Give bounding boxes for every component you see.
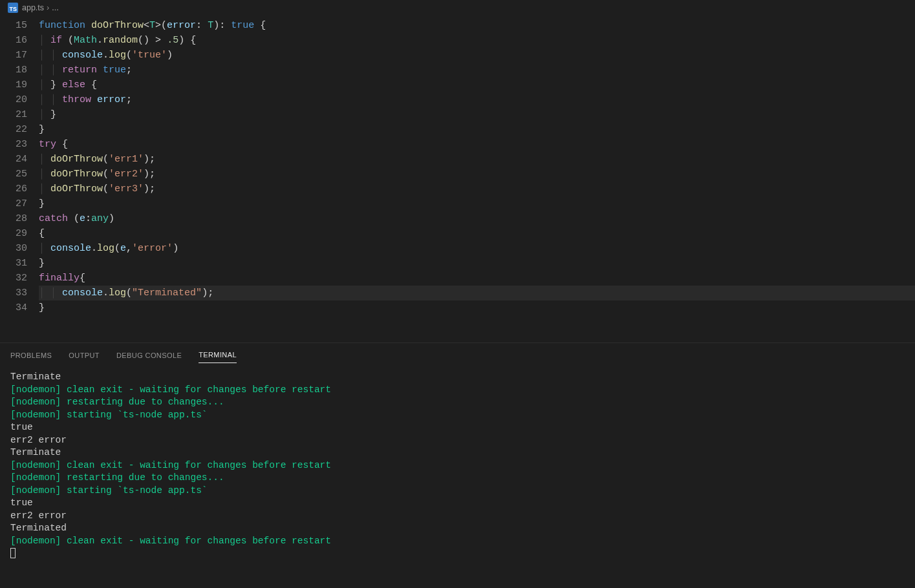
code-line[interactable]: function doOrThrow<T>(error: T): true { <box>39 18 915 33</box>
line-number: 27 <box>0 196 27 211</box>
line-number: 30 <box>0 241 27 256</box>
line-number: 25 <box>0 167 27 182</box>
terminal-line: err2 error <box>10 510 905 523</box>
code-line[interactable]: try { <box>39 137 915 152</box>
terminal-line: [nodemon] starting `ts-node app.ts` <box>10 409 905 422</box>
code-line[interactable]: } <box>39 196 915 211</box>
terminal-line: err2 error <box>10 434 905 447</box>
terminal-line: [nodemon] clean exit - waiting for chang… <box>10 535 905 548</box>
terminal-output[interactable]: Terminate[nodemon] clean exit - waiting … <box>0 366 915 588</box>
typescript-file-icon: TS <box>8 3 18 13</box>
terminal-line: Terminate <box>10 371 905 384</box>
panel-tab-terminal[interactable]: TERMINAL <box>199 346 237 363</box>
breadcrumb-file[interactable]: app.ts <box>22 3 44 12</box>
line-number: 17 <box>0 48 27 63</box>
line-number: 20 <box>0 92 27 107</box>
line-number: 24 <box>0 152 27 167</box>
line-number-gutter: 1516171819202122232425262728293031323334 <box>0 16 39 342</box>
code-line[interactable]: │ │ throw error; <box>39 92 915 107</box>
bottom-panel: PROBLEMSOUTPUTDEBUG CONSOLETERMINAL Term… <box>0 342 915 588</box>
line-number: 28 <box>0 211 27 226</box>
line-number: 29 <box>0 226 27 241</box>
terminal-line: [nodemon] restarting due to changes... <box>10 472 905 485</box>
terminal-line: [nodemon] restarting due to changes... <box>10 396 905 409</box>
terminal-line: true <box>10 497 905 510</box>
code-line[interactable]: } <box>39 300 915 315</box>
terminal-line: Terminate <box>10 446 905 459</box>
editor[interactable]: 1516171819202122232425262728293031323334… <box>0 16 915 342</box>
code-line[interactable]: │ │ console.log("Terminated"); <box>39 286 915 300</box>
line-number: 33 <box>0 286 27 300</box>
code-line[interactable]: │ │ console.log('true') <box>39 48 915 63</box>
code-content[interactable]: function doOrThrow<T>(error: T): true {│… <box>39 16 915 342</box>
line-number: 23 <box>0 137 27 152</box>
breadcrumb-separator: › <box>47 3 49 12</box>
code-line[interactable]: finally{ <box>39 271 915 286</box>
code-line[interactable]: { <box>39 226 915 241</box>
line-number: 15 <box>0 18 27 33</box>
line-number: 26 <box>0 182 27 196</box>
line-number: 22 <box>0 122 27 137</box>
line-number: 34 <box>0 300 27 315</box>
code-line[interactable]: │ if (Math.random() > .5) { <box>39 33 915 48</box>
code-line[interactable]: │ doOrThrow('err2'); <box>39 167 915 182</box>
code-line[interactable]: catch (e:any) <box>39 211 915 226</box>
terminal-cursor-line[interactable] <box>10 547 905 560</box>
code-line[interactable]: } <box>39 256 915 271</box>
terminal-line: true <box>10 421 905 434</box>
line-number: 21 <box>0 107 27 122</box>
code-line[interactable]: } <box>39 122 915 137</box>
code-line[interactable]: │ console.log(e,'error') <box>39 241 915 256</box>
panel-tab-problems[interactable]: PROBLEMS <box>10 346 52 363</box>
panel-tab-debug-console[interactable]: DEBUG CONSOLE <box>116 346 182 363</box>
line-number: 16 <box>0 33 27 48</box>
line-number: 19 <box>0 78 27 92</box>
code-line[interactable]: │ } else { <box>39 78 915 92</box>
terminal-line: [nodemon] clean exit - waiting for chang… <box>10 459 905 472</box>
line-number: 18 <box>0 63 27 78</box>
terminal-line: [nodemon] starting `ts-node app.ts` <box>10 485 905 498</box>
panel-tabs: PROBLEMSOUTPUTDEBUG CONSOLETERMINAL <box>0 343 915 366</box>
code-line[interactable]: │ doOrThrow('err3'); <box>39 182 915 196</box>
code-line[interactable]: │ } <box>39 107 915 122</box>
panel-tab-output[interactable]: OUTPUT <box>69 346 100 363</box>
terminal-line: [nodemon] clean exit - waiting for chang… <box>10 384 905 397</box>
code-line[interactable]: │ │ return true; <box>39 63 915 78</box>
line-number: 31 <box>0 256 27 271</box>
breadcrumb-trail[interactable]: ... <box>52 3 58 12</box>
line-number: 32 <box>0 271 27 286</box>
terminal-line: Terminated <box>10 522 905 535</box>
terminal-cursor <box>10 548 16 558</box>
breadcrumb[interactable]: TS app.ts › ... <box>0 0 915 16</box>
code-line[interactable]: │ doOrThrow('err1'); <box>39 152 915 167</box>
